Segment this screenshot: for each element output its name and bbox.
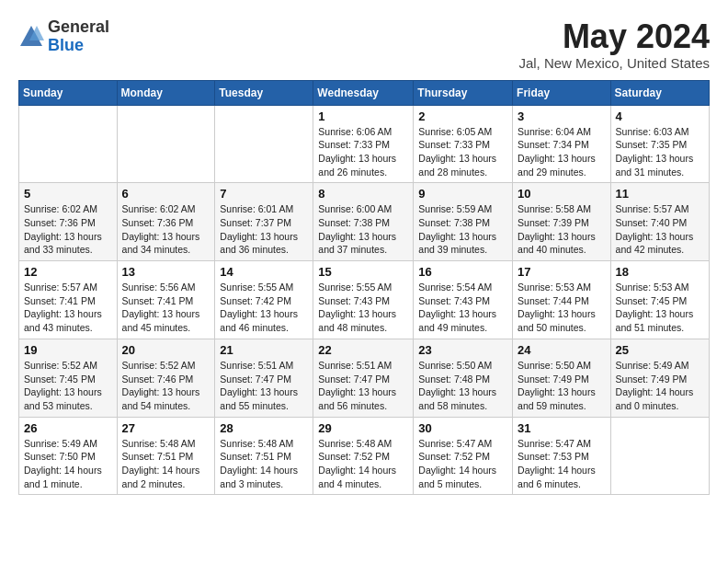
calendar-cell: 11Sunrise: 5:57 AM Sunset: 7:40 PM Dayli… — [610, 183, 709, 261]
calendar-cell: 14Sunrise: 5:55 AM Sunset: 7:42 PM Dayli… — [215, 261, 313, 339]
day-info: Sunrise: 6:01 AM Sunset: 7:37 PM Dayligh… — [220, 202, 308, 257]
day-number: 16 — [418, 265, 507, 279]
day-info: Sunrise: 5:47 AM Sunset: 7:52 PM Dayligh… — [418, 437, 507, 491]
calendar-cell: 30Sunrise: 5:47 AM Sunset: 7:52 PM Dayli… — [414, 417, 513, 495]
day-number: 12 — [24, 265, 112, 279]
calendar-cell — [19, 105, 118, 183]
day-info: Sunrise: 5:48 AM Sunset: 7:51 PM Dayligh… — [122, 437, 210, 491]
logo-blue-text: Blue — [48, 37, 109, 55]
weekday-header-saturday: Saturday — [610, 80, 709, 105]
day-number: 17 — [518, 265, 606, 279]
week-row-5: 26Sunrise: 5:49 AM Sunset: 7:50 PM Dayli… — [19, 417, 710, 495]
day-info: Sunrise: 5:52 AM Sunset: 7:46 PM Dayligh… — [122, 359, 210, 413]
day-info: Sunrise: 5:55 AM Sunset: 7:42 PM Dayligh… — [220, 281, 308, 335]
calendar-cell: 13Sunrise: 5:56 AM Sunset: 7:41 PM Dayli… — [117, 261, 215, 339]
calendar-cell: 12Sunrise: 5:57 AM Sunset: 7:41 PM Dayli… — [19, 261, 118, 339]
calendar-cell: 1Sunrise: 6:06 AM Sunset: 7:33 PM Daylig… — [313, 105, 414, 183]
page-header: General Blue May 2024 Jal, New Mexico, U… — [18, 18, 710, 71]
day-number: 27 — [122, 421, 210, 435]
logo: General Blue — [18, 18, 109, 55]
day-number: 26 — [24, 421, 112, 435]
week-row-2: 5Sunrise: 6:02 AM Sunset: 7:36 PM Daylig… — [19, 183, 710, 261]
day-number: 8 — [318, 187, 408, 201]
day-info: Sunrise: 5:49 AM Sunset: 7:50 PM Dayligh… — [24, 437, 112, 491]
day-number: 18 — [616, 265, 704, 279]
day-number: 11 — [616, 187, 704, 201]
calendar-cell: 8Sunrise: 6:00 AM Sunset: 7:38 PM Daylig… — [313, 183, 414, 261]
week-row-1: 1Sunrise: 6:06 AM Sunset: 7:33 PM Daylig… — [19, 105, 710, 183]
calendar-cell: 28Sunrise: 5:48 AM Sunset: 7:51 PM Dayli… — [215, 417, 313, 495]
day-number: 2 — [418, 109, 507, 123]
calendar-cell: 4Sunrise: 6:03 AM Sunset: 7:35 PM Daylig… — [610, 105, 709, 183]
month-title: May 2024 — [518, 18, 710, 55]
day-info: Sunrise: 5:47 AM Sunset: 7:53 PM Dayligh… — [518, 437, 606, 491]
calendar-cell: 23Sunrise: 5:50 AM Sunset: 7:48 PM Dayli… — [414, 339, 513, 417]
day-number: 13 — [122, 265, 210, 279]
day-number: 7 — [220, 187, 308, 201]
day-info: Sunrise: 5:51 AM Sunset: 7:47 PM Dayligh… — [220, 359, 308, 413]
calendar-cell: 19Sunrise: 5:52 AM Sunset: 7:45 PM Dayli… — [19, 339, 118, 417]
day-number: 9 — [418, 187, 507, 201]
calendar-cell: 24Sunrise: 5:50 AM Sunset: 7:49 PM Dayli… — [513, 339, 611, 417]
calendar-cell: 9Sunrise: 5:59 AM Sunset: 7:38 PM Daylig… — [414, 183, 513, 261]
weekday-header-sunday: Sunday — [19, 80, 118, 105]
day-info: Sunrise: 5:51 AM Sunset: 7:47 PM Dayligh… — [318, 359, 408, 413]
weekday-header-wednesday: Wednesday — [313, 80, 414, 105]
day-info: Sunrise: 5:48 AM Sunset: 7:51 PM Dayligh… — [220, 437, 308, 491]
day-info: Sunrise: 6:02 AM Sunset: 7:36 PM Dayligh… — [122, 202, 210, 257]
calendar-cell: 3Sunrise: 6:04 AM Sunset: 7:34 PM Daylig… — [513, 105, 611, 183]
calendar-cell: 25Sunrise: 5:49 AM Sunset: 7:49 PM Dayli… — [610, 339, 709, 417]
day-info: Sunrise: 5:58 AM Sunset: 7:39 PM Dayligh… — [518, 202, 606, 257]
calendar-cell — [215, 105, 313, 183]
calendar-cell — [610, 417, 709, 495]
day-info: Sunrise: 5:50 AM Sunset: 7:49 PM Dayligh… — [518, 359, 606, 413]
calendar-cell: 18Sunrise: 5:53 AM Sunset: 7:45 PM Dayli… — [610, 261, 709, 339]
weekday-header-friday: Friday — [513, 80, 611, 105]
day-number: 29 — [318, 421, 408, 435]
day-info: Sunrise: 5:52 AM Sunset: 7:45 PM Dayligh… — [24, 359, 112, 413]
calendar-cell: 29Sunrise: 5:48 AM Sunset: 7:52 PM Dayli… — [313, 417, 414, 495]
day-number: 31 — [518, 421, 606, 435]
logo-icon — [18, 24, 44, 50]
weekday-header-monday: Monday — [117, 80, 215, 105]
day-number: 14 — [220, 265, 308, 279]
calendar-cell: 17Sunrise: 5:53 AM Sunset: 7:44 PM Dayli… — [513, 261, 611, 339]
day-number: 24 — [518, 343, 606, 357]
day-info: Sunrise: 5:55 AM Sunset: 7:43 PM Dayligh… — [318, 281, 408, 335]
calendar-cell: 2Sunrise: 6:05 AM Sunset: 7:33 PM Daylig… — [414, 105, 513, 183]
day-number: 3 — [518, 109, 606, 123]
calendar-cell: 5Sunrise: 6:02 AM Sunset: 7:36 PM Daylig… — [19, 183, 118, 261]
day-info: Sunrise: 6:06 AM Sunset: 7:33 PM Dayligh… — [318, 125, 408, 179]
weekday-header-row: SundayMondayTuesdayWednesdayThursdayFrid… — [19, 80, 710, 105]
day-info: Sunrise: 5:57 AM Sunset: 7:41 PM Dayligh… — [24, 281, 112, 335]
calendar-cell: 21Sunrise: 5:51 AM Sunset: 7:47 PM Dayli… — [215, 339, 313, 417]
logo-general-text: General — [48, 18, 109, 37]
day-number: 5 — [24, 187, 112, 201]
title-block: May 2024 Jal, New Mexico, United States — [518, 18, 710, 71]
day-number: 21 — [220, 343, 308, 357]
weekday-header-thursday: Thursday — [414, 80, 513, 105]
logo-text: General Blue — [48, 18, 109, 55]
calendar-cell: 6Sunrise: 6:02 AM Sunset: 7:36 PM Daylig… — [117, 183, 215, 261]
day-info: Sunrise: 5:53 AM Sunset: 7:44 PM Dayligh… — [518, 281, 606, 335]
day-info: Sunrise: 6:00 AM Sunset: 7:38 PM Dayligh… — [318, 202, 408, 257]
day-info: Sunrise: 5:48 AM Sunset: 7:52 PM Dayligh… — [318, 437, 408, 491]
day-number: 25 — [616, 343, 704, 357]
day-number: 10 — [518, 187, 606, 201]
day-number: 20 — [122, 343, 210, 357]
day-info: Sunrise: 6:04 AM Sunset: 7:34 PM Dayligh… — [518, 125, 606, 179]
day-info: Sunrise: 5:49 AM Sunset: 7:49 PM Dayligh… — [616, 359, 704, 413]
calendar-cell: 27Sunrise: 5:48 AM Sunset: 7:51 PM Dayli… — [117, 417, 215, 495]
day-number: 23 — [418, 343, 507, 357]
day-info: Sunrise: 5:56 AM Sunset: 7:41 PM Dayligh… — [122, 281, 210, 335]
calendar-cell: 31Sunrise: 5:47 AM Sunset: 7:53 PM Dayli… — [513, 417, 611, 495]
week-row-4: 19Sunrise: 5:52 AM Sunset: 7:45 PM Dayli… — [19, 339, 710, 417]
calendar-cell: 15Sunrise: 5:55 AM Sunset: 7:43 PM Dayli… — [313, 261, 414, 339]
day-number: 19 — [24, 343, 112, 357]
day-number: 30 — [418, 421, 507, 435]
location: Jal, New Mexico, United States — [518, 55, 710, 71]
weekday-header-tuesday: Tuesday — [215, 80, 313, 105]
day-number: 1 — [318, 109, 408, 123]
day-number: 22 — [318, 343, 408, 357]
day-number: 4 — [616, 109, 704, 123]
